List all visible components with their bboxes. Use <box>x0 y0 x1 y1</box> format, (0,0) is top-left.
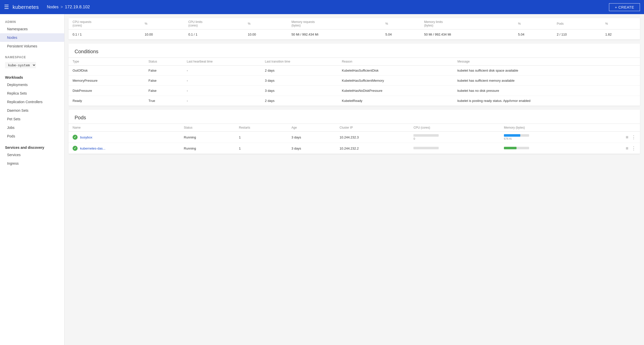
col-cpu-lim: CPU limits(cores) <box>184 18 244 30</box>
resource-table: CPU requests(cores) % CPU limits(cores) … <box>69 18 640 40</box>
breadcrumb: Nodes > 172.19.8.102 <box>47 5 90 10</box>
sidebar-item-daemon-sets[interactable]: Daemon Sets <box>0 106 64 115</box>
pods-col-name: Name <box>69 124 180 132</box>
cond-heartbeat: - <box>183 96 261 106</box>
sidebar-item-replication-controllers[interactable]: Replication Controllers <box>0 98 64 106</box>
pods-title: Pods <box>69 110 640 124</box>
cond-transition: 3 days <box>261 76 338 86</box>
cond-col-reason: Reason <box>338 58 454 66</box>
pod-restarts: 1 <box>235 132 287 143</box>
cond-type: DiskPressure <box>69 86 144 96</box>
cond-reason: KubeletReady <box>338 96 454 106</box>
mem-req-pct-value: 5.04 <box>381 30 420 40</box>
sidebar-item-pet-sets[interactable]: Pet Sets <box>0 115 64 123</box>
pod-name: ✓ busybox <box>69 132 180 143</box>
sidebar-item-nodes[interactable]: Nodes <box>0 33 64 42</box>
breadcrumb-separator: > <box>60 5 63 9</box>
pod-more-icon[interactable]: ⋮ <box>631 146 636 151</box>
cpu-req-value: 0.1 / 1 <box>69 30 141 40</box>
admin-section-title: Admin <box>0 18 64 25</box>
pod-row: ✓ kubernetes-das... Running 1 3 days 10.… <box>69 143 640 154</box>
condition-row: DiskPressure False - 3 days KubeletHasNo… <box>69 86 640 96</box>
sidebar-item-services[interactable]: Services <box>0 151 64 159</box>
pod-age: 3 days <box>287 143 336 154</box>
cond-status: True <box>144 96 183 106</box>
cond-col-status: Status <box>144 58 183 66</box>
layout: Admin Namespaces Nodes Persistent Volume… <box>0 14 644 345</box>
pods-col-restarts: Restarts <box>235 124 287 132</box>
create-button[interactable]: + CREATE <box>609 3 640 11</box>
cond-reason: KubeletHasSufficientMemory <box>338 76 454 86</box>
cond-message: kubelet has no disk pressure <box>454 86 640 96</box>
cond-heartbeat: - <box>183 76 261 86</box>
cond-status: False <box>144 76 183 86</box>
namespace-dropdown[interactable]: kube-system <box>5 62 36 68</box>
sidebar-item-pods[interactable]: Pods <box>0 132 64 140</box>
resource-row: 0.1 / 1 10.00 0.1 / 1 10.00 50 Mi / 992.… <box>69 30 640 40</box>
sidebar-item-namespaces[interactable]: Namespaces <box>0 25 64 33</box>
resource-summary-card: CPU requests(cores) % CPU limits(cores) … <box>69 18 640 40</box>
sidebar-item-persistent-volumes[interactable]: Persistent Volumes <box>0 42 64 50</box>
pod-name-link[interactable]: busybox <box>80 135 92 139</box>
pod-actions: ≡ ⋮ <box>590 132 640 143</box>
cpu-req-pct-value: 10.00 <box>141 30 184 40</box>
cond-message: kubelet is posting ready status. AppArmo… <box>454 96 640 106</box>
pod-memory <box>500 143 590 154</box>
pod-more-icon[interactable]: ⋮ <box>631 134 636 140</box>
hamburger-icon[interactable]: ☰ <box>4 4 9 10</box>
sidebar-item-replica-sets[interactable]: Replica Sets <box>0 89 64 98</box>
col-cpu-req-pct: % <box>141 18 184 30</box>
pod-memory: 676 Ki <box>500 132 590 143</box>
pod-status: Running <box>180 132 235 143</box>
col-mem-req: Memory requests(bytes) <box>287 18 381 30</box>
pod-age: 3 days <box>287 132 336 143</box>
cond-heartbeat: - <box>183 86 261 96</box>
mem-lim-value: 50 Mi / 992.434 Mi <box>420 30 514 40</box>
col-mem-lim: Memory limits(bytes) <box>420 18 514 30</box>
pods-col-status: Status <box>180 124 235 132</box>
pod-actions: ≡ ⋮ <box>590 143 640 154</box>
pod-logs-icon[interactable]: ≡ <box>626 146 628 151</box>
pod-name: ✓ kubernetes-das... <box>69 143 180 154</box>
pods-col-cluster-ip: Cluster IP <box>336 124 409 132</box>
pods-col-memory: Memory (bytes) <box>500 124 590 132</box>
pods-table: Name Status Restarts Age Cluster IP CPU … <box>69 124 640 154</box>
mem-req-value: 50 Mi / 992.434 Mi <box>287 30 381 40</box>
condition-row: MemoryPressure False - 3 days KubeletHas… <box>69 76 640 86</box>
pod-cluster-ip: 10.244.232.3 <box>336 132 409 143</box>
sidebar-item-ingress[interactable]: Ingress <box>0 159 64 168</box>
breadcrumb-nodes[interactable]: Nodes <box>47 5 58 9</box>
col-mem-lim-pct: % <box>514 18 553 30</box>
cond-type: MemoryPressure <box>69 76 144 86</box>
cond-status: False <box>144 66 183 76</box>
condition-row: OutOfDisk False - 2 days KubeletHasSuffi… <box>69 66 640 76</box>
cond-col-transition: Last transition time <box>261 58 338 66</box>
pods-col-age: Age <box>287 124 336 132</box>
cond-type: Ready <box>69 96 144 106</box>
cpu-lim-value: 0.1 / 1 <box>184 30 244 40</box>
col-pods: Pods <box>553 18 601 30</box>
cond-message: kubelet has sufficient disk space availa… <box>454 66 640 76</box>
pod-status: Running <box>180 143 235 154</box>
pod-logs-icon[interactable]: ≡ <box>626 135 628 140</box>
cond-transition: 2 days <box>261 96 338 106</box>
conditions-card: Conditions Type Status Last heartbeat ti… <box>69 44 640 106</box>
pods-col-cpu: CPU (cores) <box>409 124 500 132</box>
pod-status-icon: ✓ <box>73 146 78 151</box>
cond-transition: 2 days <box>261 66 338 76</box>
mem-lim-pct-value: 5.04 <box>514 30 553 40</box>
pod-restarts: 1 <box>235 143 287 154</box>
pod-status-icon: ✓ <box>73 135 78 140</box>
conditions-table: Type Status Last heartbeat time Last tra… <box>69 58 640 106</box>
pods-value: 2 / 110 <box>553 30 601 40</box>
sidebar: Admin Namespaces Nodes Persistent Volume… <box>0 14 65 345</box>
pod-cpu: 0 <box>409 132 500 143</box>
sidebar-item-deployments[interactable]: Deployments <box>0 80 64 89</box>
sidebar-item-jobs[interactable]: Jobs <box>0 123 64 132</box>
cond-reason: KubeletHasSufficientDisk <box>338 66 454 76</box>
pods-card: Pods Name Status Restarts Age Cluster IP… <box>69 110 640 154</box>
pod-name-link[interactable]: kubernetes-das... <box>80 147 105 150</box>
pod-row: ✓ busybox Running 1 3 days 10.244.232.3 … <box>69 132 640 143</box>
topbar: ☰ kubernetes Nodes > 172.19.8.102 + CREA… <box>0 0 644 14</box>
namespace-label: Namespace <box>0 53 64 60</box>
